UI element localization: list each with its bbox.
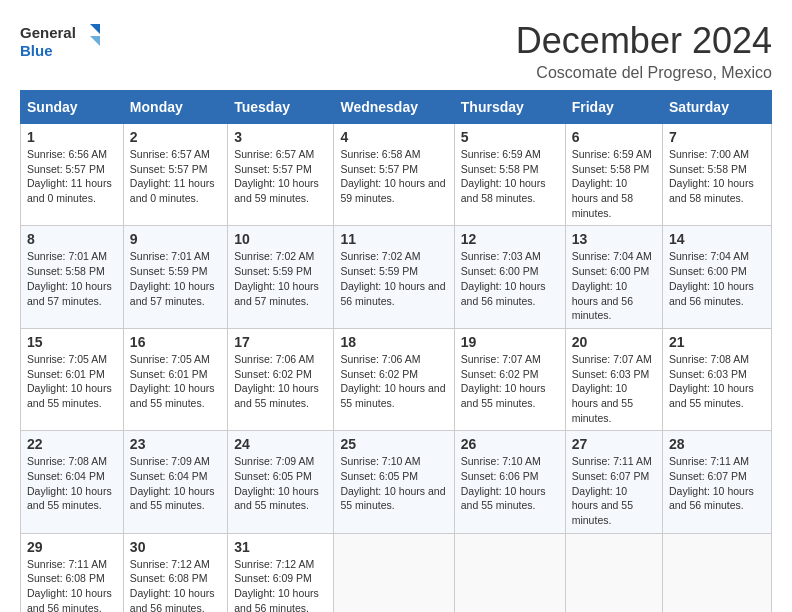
day-number: 10 xyxy=(234,231,327,247)
day-number: 20 xyxy=(572,334,656,350)
calendar-cell: 27 Sunrise: 7:11 AM Sunset: 6:07 PM Dayl… xyxy=(565,431,662,533)
header-wednesday: Wednesday xyxy=(334,91,454,124)
day-info: Sunrise: 7:10 AM Sunset: 6:06 PM Dayligh… xyxy=(461,454,559,513)
day-info: Sunrise: 7:00 AM Sunset: 5:58 PM Dayligh… xyxy=(669,147,765,206)
calendar-cell: 11 Sunrise: 7:02 AM Sunset: 5:59 PM Dayl… xyxy=(334,226,454,328)
calendar-cell: 9 Sunrise: 7:01 AM Sunset: 5:59 PM Dayli… xyxy=(123,226,227,328)
calendar-cell xyxy=(454,533,565,612)
day-number: 12 xyxy=(461,231,559,247)
day-info: Sunrise: 7:01 AM Sunset: 5:58 PM Dayligh… xyxy=(27,249,117,308)
day-number: 24 xyxy=(234,436,327,452)
calendar-cell: 10 Sunrise: 7:02 AM Sunset: 5:59 PM Dayl… xyxy=(228,226,334,328)
calendar-cell: 20 Sunrise: 7:07 AM Sunset: 6:03 PM Dayl… xyxy=(565,328,662,430)
calendar-cell: 24 Sunrise: 7:09 AM Sunset: 6:05 PM Dayl… xyxy=(228,431,334,533)
day-info: Sunrise: 6:58 AM Sunset: 5:57 PM Dayligh… xyxy=(340,147,447,206)
header-saturday: Saturday xyxy=(663,91,772,124)
header-thursday: Thursday xyxy=(454,91,565,124)
day-info: Sunrise: 7:07 AM Sunset: 6:02 PM Dayligh… xyxy=(461,352,559,411)
header-tuesday: Tuesday xyxy=(228,91,334,124)
day-number: 13 xyxy=(572,231,656,247)
calendar-cell: 4 Sunrise: 6:58 AM Sunset: 5:57 PM Dayli… xyxy=(334,124,454,226)
calendar-week-row: 1 Sunrise: 6:56 AM Sunset: 5:57 PM Dayli… xyxy=(21,124,772,226)
day-number: 16 xyxy=(130,334,221,350)
day-number: 3 xyxy=(234,129,327,145)
day-info: Sunrise: 7:05 AM Sunset: 6:01 PM Dayligh… xyxy=(130,352,221,411)
day-info: Sunrise: 6:57 AM Sunset: 5:57 PM Dayligh… xyxy=(234,147,327,206)
day-info: Sunrise: 7:02 AM Sunset: 5:59 PM Dayligh… xyxy=(340,249,447,308)
calendar-cell: 1 Sunrise: 6:56 AM Sunset: 5:57 PM Dayli… xyxy=(21,124,124,226)
title-section: December 2024 Coscomate del Progreso, Me… xyxy=(516,20,772,82)
day-info: Sunrise: 6:57 AM Sunset: 5:57 PM Dayligh… xyxy=(130,147,221,206)
svg-marker-3 xyxy=(90,36,100,46)
calendar-week-row: 8 Sunrise: 7:01 AM Sunset: 5:58 PM Dayli… xyxy=(21,226,772,328)
day-number: 6 xyxy=(572,129,656,145)
day-info: Sunrise: 7:07 AM Sunset: 6:03 PM Dayligh… xyxy=(572,352,656,425)
header-sunday: Sunday xyxy=(21,91,124,124)
day-number: 15 xyxy=(27,334,117,350)
day-number: 27 xyxy=(572,436,656,452)
day-number: 2 xyxy=(130,129,221,145)
day-info: Sunrise: 6:59 AM Sunset: 5:58 PM Dayligh… xyxy=(461,147,559,206)
day-info: Sunrise: 7:05 AM Sunset: 6:01 PM Dayligh… xyxy=(27,352,117,411)
day-info: Sunrise: 7:12 AM Sunset: 6:08 PM Dayligh… xyxy=(130,557,221,612)
day-number: 18 xyxy=(340,334,447,350)
calendar-week-row: 15 Sunrise: 7:05 AM Sunset: 6:01 PM Dayl… xyxy=(21,328,772,430)
calendar-cell: 5 Sunrise: 6:59 AM Sunset: 5:58 PM Dayli… xyxy=(454,124,565,226)
day-number: 28 xyxy=(669,436,765,452)
day-number: 19 xyxy=(461,334,559,350)
day-info: Sunrise: 7:04 AM Sunset: 6:00 PM Dayligh… xyxy=(572,249,656,322)
day-info: Sunrise: 6:59 AM Sunset: 5:58 PM Dayligh… xyxy=(572,147,656,220)
calendar-cell: 31 Sunrise: 7:12 AM Sunset: 6:09 PM Dayl… xyxy=(228,533,334,612)
day-number: 5 xyxy=(461,129,559,145)
calendar-cell xyxy=(334,533,454,612)
day-number: 4 xyxy=(340,129,447,145)
day-info: Sunrise: 7:08 AM Sunset: 6:04 PM Dayligh… xyxy=(27,454,117,513)
calendar-cell: 18 Sunrise: 7:06 AM Sunset: 6:02 PM Dayl… xyxy=(334,328,454,430)
day-info: Sunrise: 7:02 AM Sunset: 5:59 PM Dayligh… xyxy=(234,249,327,308)
calendar-cell xyxy=(565,533,662,612)
calendar-cell: 19 Sunrise: 7:07 AM Sunset: 6:02 PM Dayl… xyxy=(454,328,565,430)
day-info: Sunrise: 7:10 AM Sunset: 6:05 PM Dayligh… xyxy=(340,454,447,513)
calendar-cell: 7 Sunrise: 7:00 AM Sunset: 5:58 PM Dayli… xyxy=(663,124,772,226)
calendar-table: Sunday Monday Tuesday Wednesday Thursday… xyxy=(20,90,772,612)
calendar-cell: 26 Sunrise: 7:10 AM Sunset: 6:06 PM Dayl… xyxy=(454,431,565,533)
calendar-cell: 22 Sunrise: 7:08 AM Sunset: 6:04 PM Dayl… xyxy=(21,431,124,533)
day-info: Sunrise: 7:03 AM Sunset: 6:00 PM Dayligh… xyxy=(461,249,559,308)
day-info: Sunrise: 7:11 AM Sunset: 6:07 PM Dayligh… xyxy=(669,454,765,513)
calendar-cell: 25 Sunrise: 7:10 AM Sunset: 6:05 PM Dayl… xyxy=(334,431,454,533)
day-info: Sunrise: 7:06 AM Sunset: 6:02 PM Dayligh… xyxy=(234,352,327,411)
day-number: 23 xyxy=(130,436,221,452)
page-title: December 2024 xyxy=(516,20,772,62)
day-number: 7 xyxy=(669,129,765,145)
day-info: Sunrise: 7:08 AM Sunset: 6:03 PM Dayligh… xyxy=(669,352,765,411)
logo: General Blue xyxy=(20,20,100,64)
day-info: Sunrise: 7:11 AM Sunset: 6:08 PM Dayligh… xyxy=(27,557,117,612)
calendar-cell: 8 Sunrise: 7:01 AM Sunset: 5:58 PM Dayli… xyxy=(21,226,124,328)
calendar-cell: 6 Sunrise: 6:59 AM Sunset: 5:58 PM Dayli… xyxy=(565,124,662,226)
calendar-cell: 16 Sunrise: 7:05 AM Sunset: 6:01 PM Dayl… xyxy=(123,328,227,430)
day-info: Sunrise: 7:06 AM Sunset: 6:02 PM Dayligh… xyxy=(340,352,447,411)
day-info: Sunrise: 7:09 AM Sunset: 6:04 PM Dayligh… xyxy=(130,454,221,513)
day-number: 17 xyxy=(234,334,327,350)
calendar-cell: 28 Sunrise: 7:11 AM Sunset: 6:07 PM Dayl… xyxy=(663,431,772,533)
calendar-week-row: 22 Sunrise: 7:08 AM Sunset: 6:04 PM Dayl… xyxy=(21,431,772,533)
logo-svg: General Blue xyxy=(20,20,100,64)
day-number: 22 xyxy=(27,436,117,452)
day-number: 29 xyxy=(27,539,117,555)
calendar-cell: 14 Sunrise: 7:04 AM Sunset: 6:00 PM Dayl… xyxy=(663,226,772,328)
day-info: Sunrise: 7:09 AM Sunset: 6:05 PM Dayligh… xyxy=(234,454,327,513)
day-number: 8 xyxy=(27,231,117,247)
calendar-cell: 15 Sunrise: 7:05 AM Sunset: 6:01 PM Dayl… xyxy=(21,328,124,430)
calendar-cell: 3 Sunrise: 6:57 AM Sunset: 5:57 PM Dayli… xyxy=(228,124,334,226)
calendar-cell xyxy=(663,533,772,612)
calendar-header-row: Sunday Monday Tuesday Wednesday Thursday… xyxy=(21,91,772,124)
day-number: 30 xyxy=(130,539,221,555)
day-info: Sunrise: 7:11 AM Sunset: 6:07 PM Dayligh… xyxy=(572,454,656,527)
day-info: Sunrise: 6:56 AM Sunset: 5:57 PM Dayligh… xyxy=(27,147,117,206)
day-number: 9 xyxy=(130,231,221,247)
day-info: Sunrise: 7:01 AM Sunset: 5:59 PM Dayligh… xyxy=(130,249,221,308)
day-number: 11 xyxy=(340,231,447,247)
header-monday: Monday xyxy=(123,91,227,124)
day-number: 31 xyxy=(234,539,327,555)
svg-text:General: General xyxy=(20,24,76,41)
